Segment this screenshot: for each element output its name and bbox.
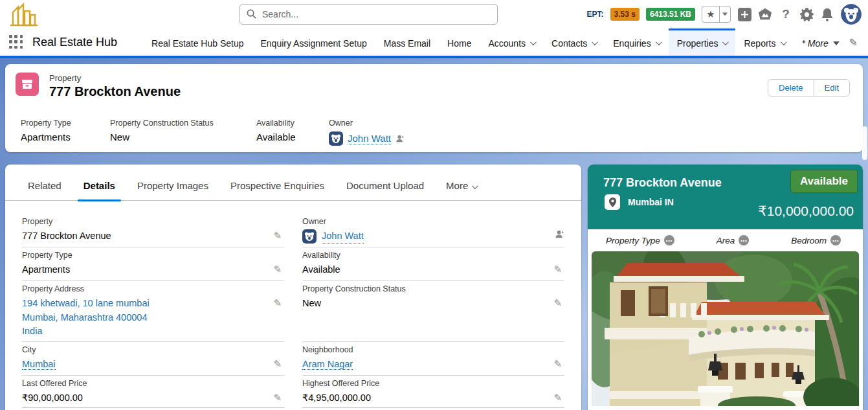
- owner-link[interactable]: John Watt: [348, 133, 391, 144]
- record-page: Property 777 Brockton Avenue Delete Edit…: [0, 58, 868, 410]
- nav-tab-accounts[interactable]: Accounts: [480, 28, 543, 56]
- help-icon[interactable]: ?: [779, 7, 793, 21]
- nav-tab-reports[interactable]: Reports: [735, 28, 793, 56]
- edit-field-pencil-icon[interactable]: ✎: [553, 297, 562, 310]
- tab-prospective-enquiries[interactable]: Prospective Enquiries: [219, 180, 335, 200]
- record-actions: Delete Edit: [768, 79, 850, 97]
- ept-size-badge: 6413.51 KB: [646, 8, 695, 21]
- edit-navigation-pencil-icon[interactable]: ✎: [849, 36, 858, 49]
- property-summary-card: 777 Brockton Avenue Available Mumbai IN …: [588, 165, 863, 410]
- ept-label: EPT:: [587, 10, 604, 19]
- nav-tab-mass-email[interactable]: Mass Email: [375, 28, 439, 56]
- field-construction-status: Property Construction Status New ✎: [302, 281, 564, 342]
- property-price: ₹10,000,000.00: [758, 203, 854, 219]
- meta-property-type: Property Type•••: [606, 235, 674, 245]
- field-last-offered-price: Last Offered Price ₹90,00,000.00 ✎: [22, 376, 284, 408]
- meta-area: Area•••: [717, 235, 750, 245]
- favorites-control[interactable]: ★: [702, 6, 731, 23]
- edit-button[interactable]: Edit: [814, 80, 849, 96]
- global-search: [239, 4, 498, 25]
- owner-avatar: [302, 229, 317, 244]
- edit-field-pencil-icon[interactable]: ✎: [273, 229, 282, 242]
- nav-tab-real-estate-hub-setup[interactable]: Real Estate Hub Setup: [143, 28, 252, 56]
- edit-field-pencil-icon[interactable]: ✎: [273, 263, 282, 276]
- field-neighborhood: Neighborhood Aram Nagar ✎: [302, 342, 564, 376]
- highlight-property-type: Property Type Apartments: [21, 119, 110, 146]
- location-pin-icon: [605, 194, 620, 210]
- record-title: 777 Brockton Avenue: [49, 84, 181, 99]
- nav-tab-enquiry-assignment-setup[interactable]: Enquiry Assignment Setup: [252, 28, 375, 56]
- comment-bubble-icon[interactable]: •••: [830, 235, 841, 245]
- favorite-star-icon[interactable]: ★: [702, 6, 719, 22]
- meta-bedroom: Bedroom•••: [791, 235, 841, 245]
- property-location: Mumbai IN: [628, 197, 674, 207]
- tab-property-images[interactable]: Property Images: [126, 180, 219, 200]
- property-record-icon: [16, 73, 39, 96]
- edit-field-pencil-icon[interactable]: ✎: [553, 263, 562, 276]
- highlight-availability: Availability Available: [256, 119, 329, 146]
- property-photo: [592, 251, 859, 406]
- nav-tab-more[interactable]: * More: [794, 28, 848, 56]
- delete-button[interactable]: Delete: [768, 80, 814, 96]
- chevron-down-icon: [472, 183, 478, 189]
- record-highlights-panel: Property 777 Brockton Avenue Delete Edit…: [5, 64, 863, 152]
- chevron-down-icon[interactable]: [592, 39, 598, 45]
- edit-field-pencil-icon[interactable]: ✎: [553, 391, 562, 404]
- record-entity-label: Property: [49, 73, 181, 83]
- setup-gear-icon[interactable]: [799, 7, 814, 21]
- edit-field-pencil-icon[interactable]: ✎: [273, 297, 282, 310]
- guidance-center-icon[interactable]: [758, 7, 772, 21]
- user-avatar[interactable]: [841, 4, 862, 25]
- chevron-down-icon[interactable]: [780, 39, 786, 45]
- property-card-title: 777 Brockton Avenue: [603, 176, 722, 190]
- address-line[interactable]: Mumbai, Maharashtra 400004: [22, 311, 150, 325]
- caret-down-icon[interactable]: [833, 41, 840, 45]
- field-owner: Owner John Watt: [302, 214, 564, 247]
- page-scrollbar-thumb[interactable]: [862, 126, 867, 160]
- neighborhood-link[interactable]: Aram Nagar: [302, 359, 353, 370]
- address-line[interactable]: India: [22, 325, 150, 339]
- nav-tab-contacts[interactable]: Contacts: [543, 28, 605, 56]
- comment-bubble-icon[interactable]: •••: [664, 235, 674, 245]
- app-name: Real Estate Hub: [32, 36, 117, 49]
- edit-field-pencil-icon[interactable]: ✎: [273, 358, 282, 370]
- owner-avatar: [329, 131, 343, 146]
- app-logo-icon: [9, 2, 39, 27]
- owner-link[interactable]: John Watt: [322, 229, 364, 244]
- edit-field-pencil-icon[interactable]: ✎: [553, 358, 562, 370]
- detail-fields: Property 777 Brockton Avenue ✎ Property …: [5, 201, 581, 408]
- chevron-down-icon[interactable]: [722, 39, 729, 45]
- nav-tab-properties[interactable]: Properties: [669, 28, 736, 56]
- favorites-dropdown-icon[interactable]: [719, 6, 730, 22]
- field-highest-offered-price: Highest Offered Price ₹4,95,00,000.00 ✎: [302, 376, 564, 408]
- nav-tab-home[interactable]: Home: [439, 28, 480, 56]
- change-owner-icon[interactable]: [395, 134, 405, 143]
- tab-document-upload[interactable]: Document Upload: [335, 180, 435, 200]
- chevron-down-icon[interactable]: [656, 39, 662, 45]
- change-owner-icon[interactable]: [555, 229, 564, 239]
- field-availability: Availability Available ✎: [302, 247, 564, 281]
- field-city: City Mumbai ✎: [22, 342, 284, 376]
- property-summary-header: 777 Brockton Avenue Available Mumbai IN …: [588, 165, 863, 229]
- app-launcher-icon[interactable]: [9, 35, 23, 49]
- address-line[interactable]: 194 khetwadi, 10 lane mumbai: [22, 297, 150, 311]
- notifications-bell-icon[interactable]: [820, 7, 834, 21]
- global-header: EPT: 3.53 s 6413.51 KB ★ ?: [0, 0, 868, 28]
- nav-tab-enquiries[interactable]: Enquiries: [605, 28, 668, 56]
- comment-bubble-icon[interactable]: •••: [739, 235, 749, 245]
- tab-related[interactable]: Related: [17, 180, 72, 200]
- chevron-down-icon[interactable]: [530, 39, 537, 45]
- highlight-owner: Owner John Watt: [329, 119, 405, 146]
- edit-field-pencil-icon[interactable]: ✎: [273, 391, 282, 404]
- ept-time-badge: 3.53 s: [610, 8, 640, 21]
- tab-more[interactable]: More: [435, 180, 487, 200]
- city-link[interactable]: Mumbai: [22, 359, 56, 370]
- global-actions-icon[interactable]: [737, 7, 751, 21]
- highlight-fields: Property Type Apartments Property Constr…: [21, 119, 405, 146]
- record-detail-tabs: Related Details Property Images Prospect…: [5, 165, 581, 201]
- search-icon: [247, 9, 256, 19]
- tab-details[interactable]: Details: [72, 180, 126, 200]
- field-property-address: Property Address 194 khetwadi, 10 lane m…: [22, 281, 284, 342]
- search-input[interactable]: [239, 4, 498, 25]
- nav-tabs: Real Estate Hub Setup Enquiry Assignment…: [143, 28, 848, 56]
